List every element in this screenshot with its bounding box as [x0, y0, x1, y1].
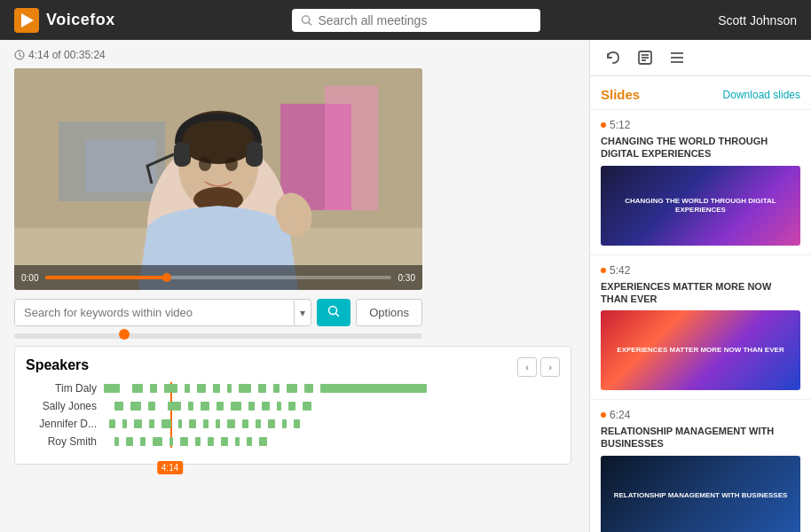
svg-point-19: [199, 157, 211, 171]
speaker-row: Jennifer D...: [26, 418, 560, 430]
activity-bar-segment: [242, 419, 248, 428]
slide-thumb-label: CHANGING THE WORLD THROUGH DIGITAL EXPER…: [601, 193, 800, 217]
svg-point-25: [329, 307, 337, 315]
slide-item[interactable]: 6:24Relationship Management with Busines…: [590, 400, 811, 532]
activity-bar-segment: [217, 402, 224, 411]
video-time-start: 0:00: [21, 273, 38, 283]
activity-bar-segment: [104, 384, 120, 393]
slide-title-text: EXPERIENCES MATTER MORE NOW THAN EVER: [601, 280, 800, 306]
slide-thumb-label: EXPERIENCES MATTER MORE NOW THAN EVER: [613, 342, 787, 358]
speakers-panel: Speakers ‹ › Tim DalySally JonesJennifer…: [14, 346, 571, 465]
svg-rect-21: [174, 142, 190, 167]
progress-thumb: [162, 273, 171, 282]
transcript-icon: [636, 49, 654, 66]
activity-bar-segment: [268, 419, 275, 428]
timeline-marker: [119, 329, 130, 340]
slide-item[interactable]: 5:42EXPERIENCES MATTER MORE NOW THAN EVE…: [590, 255, 811, 401]
activity-bar-segment: [126, 437, 133, 446]
slide-thumbnail: EXPERIENCES MATTER MORE NOW THAN EVER: [601, 310, 800, 390]
svg-rect-12: [85, 139, 156, 192]
activity-bar-segment: [188, 402, 193, 411]
right-panel: Slides Download slides 5:12CHANGING THE …: [589, 40, 811, 532]
activity-bar-segment: [259, 437, 267, 446]
activity-bar-segment: [150, 384, 157, 393]
search-input[interactable]: [318, 13, 531, 27]
tab-slides[interactable]: [668, 49, 686, 66]
activity-bar-segment: [180, 437, 188, 446]
speaker-name: Jennifer D...: [26, 418, 97, 430]
slide-time-row: 5:12: [601, 119, 800, 131]
download-slides-link[interactable]: Download slides: [723, 89, 800, 101]
logo-text: Voicefox: [46, 11, 115, 29]
speaker-activity-bars: [104, 400, 560, 412]
timestamp-text: 4:14 of 00:35:24: [28, 49, 106, 61]
user-name: Scott Johnson: [718, 13, 797, 27]
activity-bar-segment: [231, 402, 241, 411]
progress-bar[interactable]: [45, 276, 390, 279]
slide-dot-marker: [601, 268, 606, 273]
current-time-label: 4:14: [157, 461, 183, 474]
activity-bar-segment: [140, 437, 146, 446]
activity-bar-segment: [227, 419, 235, 428]
activity-bar-segment: [235, 437, 240, 446]
speaker-name: Roy Smith: [26, 435, 97, 448]
activity-bar-segment: [134, 419, 142, 428]
activity-bar-segment: [161, 419, 171, 428]
logo-icon: [14, 8, 39, 33]
svg-line-26: [336, 314, 340, 317]
tab-transcript[interactable]: [636, 49, 654, 66]
activity-bar-segment: [239, 384, 251, 393]
speakers-next-button[interactable]: ›: [540, 357, 560, 377]
slides-section-title: Slides: [601, 87, 640, 102]
video-time-end: 0:30: [398, 273, 415, 283]
activity-bar-segment: [221, 437, 228, 446]
speakers-title: Speakers: [26, 357, 560, 373]
tab-replay[interactable]: [604, 49, 622, 66]
activity-bar-segment: [169, 437, 173, 446]
keyword-dropdown-arrow[interactable]: ▾: [294, 301, 311, 325]
keyword-search: ▾ Options: [14, 299, 422, 326]
slide-item[interactable]: 5:12CHANGING THE WORLD THROUGH DIGITAL E…: [590, 110, 811, 255]
slide-title-text: CHANGING THE WORLD THROUGH DIGITAL EXPER…: [601, 135, 800, 160]
activity-bar-segment: [277, 402, 281, 411]
activity-bar-segment: [189, 419, 196, 428]
slides-list: 5:12CHANGING THE WORLD THROUGH DIGITAL E…: [590, 110, 811, 532]
activity-bar-segment: [320, 384, 427, 393]
svg-point-2: [303, 15, 310, 22]
activity-bar-segment: [256, 419, 261, 428]
activity-bar-segment: [213, 384, 220, 393]
activity-bar-segment: [287, 384, 297, 393]
speaker-rows: Tim DalySally JonesJennifer D...Roy Smit…: [26, 382, 560, 448]
slides-list-icon: [668, 49, 686, 66]
timeline-wrapper: [14, 333, 422, 339]
keyword-input[interactable]: [15, 300, 294, 325]
activity-bar-segment: [130, 402, 141, 411]
activity-bar-segment: [148, 402, 155, 411]
header: Voicefox Scott Johnson: [0, 0, 811, 40]
slide-time-row: 6:24: [601, 409, 800, 421]
search-bar: [292, 9, 540, 32]
search-btn-icon: [327, 305, 340, 317]
keyword-search-button[interactable]: [317, 299, 350, 326]
timeline-bar[interactable]: [14, 333, 422, 339]
activity-bar-segment: [195, 437, 201, 446]
activity-bar-segment: [288, 402, 295, 411]
activity-bar-segment: [258, 384, 266, 393]
keyword-input-container: ▾: [14, 299, 311, 326]
slides-header: Slides Download slides: [590, 76, 811, 110]
activity-bar-segment: [216, 419, 220, 428]
svg-line-6: [20, 56, 22, 58]
video-player[interactable]: 0:00 0:30: [14, 68, 422, 290]
left-panel: 4:14 of 00:35:24: [0, 40, 589, 532]
options-button[interactable]: Options: [356, 299, 422, 326]
slide-dot-marker: [601, 122, 606, 128]
speaker-activity-bars: [104, 418, 560, 430]
slide-dot-marker: [601, 412, 606, 418]
speaker-row: Sally Jones: [26, 400, 560, 412]
activity-bar-segment: [168, 402, 181, 411]
activity-bar-segment: [203, 419, 209, 428]
speakers-prev-button[interactable]: ‹: [517, 357, 537, 377]
svg-line-3: [309, 22, 311, 25]
video-area: 0:00 0:30 ◀15 15▶: [14, 68, 575, 290]
activity-bar-segment: [114, 402, 123, 411]
